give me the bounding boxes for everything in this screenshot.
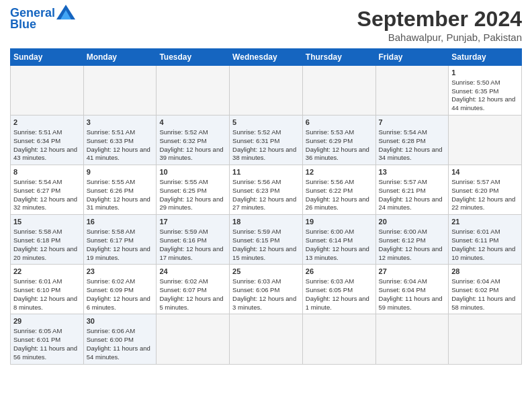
- calendar-cell: [302, 314, 375, 364]
- sunrise-text: Sunrise: 5:57 AM: [379, 178, 427, 185]
- sunrise-text: Sunrise: 6:01 AM: [451, 228, 500, 235]
- calendar-table: Sunday Monday Tuesday Wednesday Thursday…: [10, 48, 522, 365]
- calendar-cell: 17Sunrise: 5:59 AMSunset: 6:16 PMDayligh…: [157, 215, 230, 265]
- calendar-cell: [375, 314, 449, 364]
- daylight-text: Daylight: 12 hours and 12 minutes.: [379, 245, 443, 261]
- sunset-text: Sunset: 6:15 PM: [232, 236, 279, 244]
- day-number: 19: [306, 217, 373, 227]
- daylight-text: Daylight: 12 hours and 13 minutes.: [306, 245, 369, 261]
- daylight-text: Daylight: 12 hours and 43 minutes.: [13, 146, 77, 162]
- calendar-cell: 1Sunrise: 5:50 AMSunset: 6:35 PMDaylight…: [449, 66, 522, 116]
- sunset-text: Sunset: 6:35 PM: [451, 87, 498, 95]
- calendar-cell: [449, 314, 522, 364]
- day-number: 5: [232, 118, 300, 128]
- sunrise-text: Sunrise: 5:58 AM: [87, 228, 135, 235]
- day-number: 24: [159, 267, 226, 277]
- sunset-text: Sunset: 6:23 PM: [232, 187, 279, 194]
- calendar-cell: 23Sunrise: 6:02 AMSunset: 6:09 PMDayligh…: [83, 265, 157, 314]
- calendar-cell: 9Sunrise: 5:55 AMSunset: 6:26 PMDaylight…: [83, 165, 157, 215]
- calendar-container: General Blue September 2024 Bahawalpur, …: [0, 0, 532, 371]
- daylight-text: Daylight: 12 hours and 1 minute.: [306, 295, 369, 311]
- day-number: 21: [451, 217, 519, 227]
- calendar-cell: 27Sunrise: 6:04 AMSunset: 6:04 PMDayligh…: [375, 265, 449, 314]
- col-monday: Monday: [83, 49, 157, 66]
- sunrise-text: Sunrise: 5:55 AM: [87, 178, 135, 185]
- day-number: 18: [232, 217, 300, 227]
- sunset-text: Sunset: 6:32 PM: [159, 137, 206, 144]
- day-number: 14: [451, 167, 519, 177]
- month-title: September 2024: [357, 7, 522, 32]
- sunset-text: Sunset: 6:20 PM: [451, 187, 498, 194]
- calendar-cell: 8Sunrise: 5:54 AMSunset: 6:27 PMDaylight…: [11, 165, 84, 215]
- day-number: 26: [306, 267, 373, 277]
- calendar-week-4: 15Sunrise: 5:58 AMSunset: 6:18 PMDayligh…: [11, 215, 522, 265]
- day-number: 6: [306, 118, 373, 128]
- sunrise-text: Sunrise: 6:04 AM: [451, 277, 500, 285]
- calendar-cell: 5Sunrise: 5:52 AMSunset: 6:31 PMDaylight…: [230, 116, 303, 165]
- calendar-cell: 13Sunrise: 5:57 AMSunset: 6:21 PMDayligh…: [375, 165, 449, 215]
- col-sunday: Sunday: [11, 49, 84, 66]
- daylight-text: Daylight: 12 hours and 36 minutes.: [306, 146, 369, 162]
- daylight-text: Daylight: 12 hours and 5 minutes.: [159, 295, 223, 311]
- daylight-text: Daylight: 12 hours and 34 minutes.: [379, 146, 443, 162]
- calendar-cell: 14Sunrise: 5:57 AMSunset: 6:20 PMDayligh…: [449, 165, 522, 215]
- day-number: 25: [232, 267, 300, 277]
- daylight-text: Daylight: 12 hours and 15 minutes.: [232, 245, 296, 261]
- sunrise-text: Sunrise: 5:53 AM: [306, 128, 354, 136]
- sunset-text: Sunset: 6:12 PM: [379, 236, 426, 244]
- calendar-cell: 26Sunrise: 6:03 AMSunset: 6:05 PMDayligh…: [302, 265, 375, 314]
- sunset-text: Sunset: 6:18 PM: [13, 236, 60, 244]
- daylight-text: Daylight: 11 hours and 59 minutes.: [379, 295, 443, 311]
- logo: General Blue: [10, 7, 75, 32]
- col-thursday: Thursday: [302, 49, 375, 66]
- sunrise-text: Sunrise: 6:06 AM: [87, 327, 135, 334]
- sunrise-text: Sunrise: 5:55 AM: [159, 178, 208, 185]
- calendar-cell: 11Sunrise: 5:56 AMSunset: 6:23 PMDayligh…: [230, 165, 303, 215]
- day-number: 23: [87, 267, 154, 277]
- daylight-text: Daylight: 12 hours and 17 minutes.: [159, 245, 223, 261]
- daylight-text: Daylight: 12 hours and 44 minutes.: [451, 95, 515, 111]
- calendar-cell: 24Sunrise: 6:02 AMSunset: 6:07 PMDayligh…: [157, 265, 230, 314]
- daylight-text: Daylight: 12 hours and 27 minutes.: [232, 195, 296, 212]
- calendar-cell: 18Sunrise: 5:59 AMSunset: 6:15 PMDayligh…: [230, 215, 303, 265]
- calendar-cell: 15Sunrise: 5:58 AMSunset: 6:18 PMDayligh…: [11, 215, 84, 265]
- calendar-cell: [230, 66, 303, 116]
- calendar-cell: 16Sunrise: 5:58 AMSunset: 6:17 PMDayligh…: [83, 215, 157, 265]
- sunrise-text: Sunrise: 5:52 AM: [159, 128, 208, 136]
- sunrise-text: Sunrise: 6:01 AM: [13, 277, 62, 285]
- sunrise-text: Sunrise: 5:56 AM: [306, 178, 354, 185]
- sunset-text: Sunset: 6:26 PM: [87, 187, 134, 194]
- sunset-text: Sunset: 6:02 PM: [451, 286, 498, 293]
- sunrise-text: Sunrise: 6:00 AM: [379, 228, 427, 235]
- daylight-text: Daylight: 11 hours and 56 minutes.: [13, 345, 77, 361]
- daylight-text: Daylight: 12 hours and 6 minutes.: [87, 295, 150, 311]
- day-number: 29: [13, 316, 81, 326]
- calendar-week-2: 2Sunrise: 5:51 AMSunset: 6:34 PMDaylight…: [11, 116, 522, 165]
- sunset-text: Sunset: 6:07 PM: [159, 286, 206, 293]
- calendar-cell: [302, 66, 375, 116]
- daylight-text: Daylight: 12 hours and 3 minutes.: [232, 295, 296, 311]
- day-number: 13: [379, 167, 446, 177]
- calendar-cell: [449, 116, 522, 165]
- col-friday: Friday: [375, 49, 449, 66]
- col-tuesday: Tuesday: [157, 49, 230, 66]
- sunrise-text: Sunrise: 5:54 AM: [13, 178, 62, 185]
- calendar-cell: 7Sunrise: 5:54 AMSunset: 6:28 PMDaylight…: [375, 116, 449, 165]
- day-number: 3: [87, 118, 154, 128]
- calendar-cell: 25Sunrise: 6:03 AMSunset: 6:06 PMDayligh…: [230, 265, 303, 314]
- daylight-text: Daylight: 12 hours and 26 minutes.: [306, 195, 369, 212]
- calendar-cell: 20Sunrise: 6:00 AMSunset: 6:12 PMDayligh…: [375, 215, 449, 265]
- location-title: Bahawalpur, Punjab, Pakistan: [357, 32, 522, 43]
- day-number: 7: [379, 118, 446, 128]
- calendar-cell: 29Sunrise: 6:05 AMSunset: 6:01 PMDayligh…: [11, 314, 84, 364]
- day-number: 30: [87, 316, 154, 326]
- day-number: 9: [87, 167, 154, 177]
- calendar-cell: 4Sunrise: 5:52 AMSunset: 6:32 PMDaylight…: [157, 116, 230, 165]
- calendar-cell: 28Sunrise: 6:04 AMSunset: 6:02 PMDayligh…: [449, 265, 522, 314]
- day-number: 1: [451, 68, 519, 78]
- day-number: 27: [379, 267, 446, 277]
- sunrise-text: Sunrise: 5:58 AM: [13, 228, 62, 235]
- sunset-text: Sunset: 6:06 PM: [232, 286, 279, 293]
- col-saturday: Saturday: [449, 49, 522, 66]
- col-wednesday: Wednesday: [230, 49, 303, 66]
